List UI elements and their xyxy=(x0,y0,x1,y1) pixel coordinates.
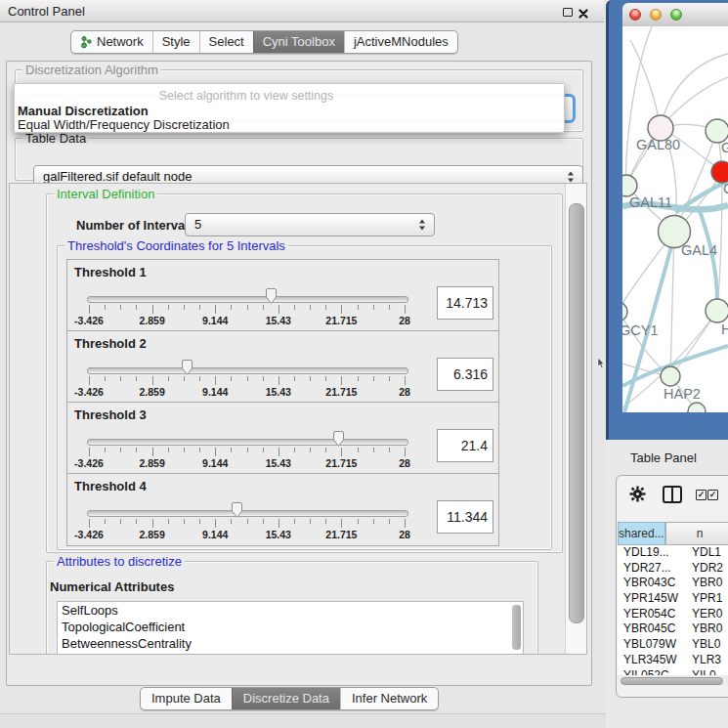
network-node-gcy1[interactable] xyxy=(622,302,627,321)
threshold-panel-4: Threshold 4-3.4262.8599.14415.4321.71528… xyxy=(66,473,499,546)
network-window-titlebar[interactable] xyxy=(622,3,728,27)
threshold-value[interactable]: 11.344 xyxy=(437,500,493,534)
column-header-name[interactable]: n xyxy=(665,522,728,545)
number-of-intervals-value: 5 xyxy=(194,217,201,232)
tab-jactivemnodules[interactable]: jActiveMNodules xyxy=(344,31,457,53)
slider-track[interactable] xyxy=(87,296,408,303)
slider-tick-label: 15.43 xyxy=(266,457,291,469)
popup-option-manual-discretization[interactable]: Manual Discretization xyxy=(18,104,149,118)
slider-track[interactable] xyxy=(87,510,408,517)
mouse-cursor xyxy=(597,358,605,368)
table-row[interactable]: YIL052CYIL0 xyxy=(618,668,728,676)
table-row[interactable]: YBL079WYBL0 xyxy=(618,637,728,653)
tab-style[interactable]: Style xyxy=(152,31,199,53)
zoom-traffic-light[interactable] xyxy=(670,9,682,21)
tab-discretize-data[interactable]: Discretize Data xyxy=(232,688,340,709)
tab-select[interactable]: Select xyxy=(199,31,253,53)
slider-thumb[interactable] xyxy=(181,359,193,376)
popup-option-equal-width-frequency[interactable]: Equal Width/Frequency Discretization xyxy=(18,117,230,132)
network-edge[interactable] xyxy=(630,40,661,128)
network-node-gal11[interactable] xyxy=(622,175,637,196)
tab-impute-data[interactable]: Impute Data xyxy=(141,688,232,709)
network-node[interactable] xyxy=(688,403,706,412)
numerical-attributes-list[interactable]: SelfLoopsTopologicalCoefficientBetweenne… xyxy=(57,601,524,655)
tab-network[interactable]: Network xyxy=(71,31,152,53)
slider-tick-label: 21.715 xyxy=(325,386,357,398)
attribute-item-topologicalcoefficient[interactable]: TopologicalCoefficient xyxy=(58,619,523,635)
slider-tick xyxy=(341,305,342,314)
cell-shared-name: YBR043C xyxy=(623,576,675,591)
slider-tick xyxy=(310,376,311,381)
slider-track[interactable] xyxy=(87,367,408,374)
vertical-scrollbar-thumb[interactable] xyxy=(569,203,584,623)
slider-tick-label: -3.426 xyxy=(74,529,104,540)
network-node-c[interactable] xyxy=(711,161,728,183)
threshold-value[interactable]: 6.316 xyxy=(437,358,493,391)
slider-thumb[interactable] xyxy=(265,287,278,305)
slider-tick xyxy=(152,376,153,385)
algorithm-hint-text: Select algorithm to view settings xyxy=(159,89,334,103)
slider-tick xyxy=(89,519,90,528)
slider-tick xyxy=(152,519,153,528)
table-row[interactable]: YDL19...YDL1 xyxy=(618,545,728,561)
slider-tick xyxy=(136,448,137,452)
slider-tick xyxy=(341,519,342,528)
table-row[interactable]: YBR043CYBR0 xyxy=(618,576,728,591)
numerical-attributes-label: Numerical Attributes xyxy=(50,579,174,594)
slider-tick-label: -3.426 xyxy=(74,386,104,398)
table-row[interactable]: YBR045CYBR0 xyxy=(618,621,728,637)
cell-name: YER0 xyxy=(692,607,722,622)
threshold-value[interactable]: 21.4 xyxy=(437,429,493,462)
tab-infer-network[interactable]: Infer Network xyxy=(340,688,438,709)
slider-tick-label: 28 xyxy=(399,457,410,469)
slider-tick-label: 2.859 xyxy=(139,315,164,326)
tab-cyni-toolbox[interactable]: Cyni Toolbox xyxy=(253,31,344,53)
slider-thumb[interactable] xyxy=(231,501,243,519)
network-node-hap2[interactable] xyxy=(661,366,680,386)
slider-thumb[interactable] xyxy=(332,430,345,448)
slider-tick xyxy=(89,305,90,314)
slider-tick xyxy=(136,305,137,310)
slider-tick xyxy=(120,305,121,310)
slider-tick xyxy=(105,519,106,524)
horizontal-scrollbar-thumb[interactable] xyxy=(621,677,723,685)
close-traffic-light[interactable] xyxy=(629,9,641,21)
table-row[interactable]: YLR345WYLR3 xyxy=(618,653,728,668)
threshold-value[interactable]: 14.713 xyxy=(437,286,493,320)
network-node-h[interactable] xyxy=(706,299,728,322)
float-window-icon[interactable] xyxy=(563,8,573,17)
attribute-item-selfloops[interactable]: SelfLoops xyxy=(58,602,523,619)
threshold-label: Threshold 3 xyxy=(74,407,147,422)
table-row[interactable]: YER054CYER0 xyxy=(618,607,728,622)
table-data-group-title: Table Data xyxy=(22,131,89,146)
threshold-panel-1: Threshold 1-3.4262.8599.14415.4321.71528… xyxy=(66,259,499,332)
slider-tick xyxy=(278,519,279,528)
table-row[interactable]: YPR145WYPR1 xyxy=(618,591,728,607)
cell-name: YIL0 xyxy=(692,668,716,676)
cell-name: YDL1 xyxy=(692,545,721,561)
cell-name: YBR0 xyxy=(692,621,722,637)
number-of-intervals-combobox[interactable]: 5 xyxy=(185,213,435,236)
threshold-coordinates-title: Threshold's Coordinates for 5 Intervals xyxy=(64,238,288,253)
split-view-icon[interactable] xyxy=(663,486,682,503)
close-icon[interactable] xyxy=(578,7,588,21)
select-column-checkbox-icon[interactable]: ✓ xyxy=(707,490,718,500)
table-row[interactable]: YDR27...YDR2 xyxy=(618,561,728,577)
slider-tick-label: 9.144 xyxy=(202,457,228,469)
column-header-shared-name[interactable]: shared... xyxy=(618,522,665,545)
slider-tick xyxy=(215,448,216,456)
list-scrollbar-thumb[interactable] xyxy=(512,605,521,650)
horizontal-scrollbar-track[interactable] xyxy=(618,675,728,686)
network-edge[interactable] xyxy=(622,411,697,412)
network-edge-highlighted[interactable] xyxy=(699,208,717,310)
slider-tick xyxy=(373,305,374,310)
table-panel-title: Table Panel xyxy=(630,450,697,465)
cell-shared-name: YLR345W xyxy=(623,653,677,668)
slider-track[interactable] xyxy=(87,439,408,446)
minimize-traffic-light[interactable] xyxy=(650,9,662,21)
slider-tick-label: 2.859 xyxy=(139,457,164,469)
select-column-checkbox-icon[interactable]: ✓ xyxy=(696,490,707,500)
attribute-item-betweennesscentrality[interactable]: BetweennessCentrality xyxy=(58,635,523,652)
settings-gear-icon[interactable] xyxy=(629,486,646,502)
network-canvas[interactable]: GAL80GACGAL11GAL4GCY1HHAP2 xyxy=(622,26,728,412)
